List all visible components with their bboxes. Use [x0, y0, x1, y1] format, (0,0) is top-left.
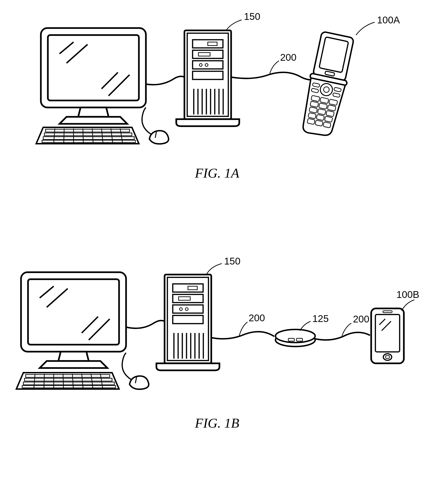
svg-rect-22 [208, 42, 217, 46]
svg-rect-86 [179, 297, 190, 300]
leader-line [227, 20, 242, 30]
svg-rect-104 [375, 315, 400, 352]
diagram-root: FIG. 1A [0, 0, 437, 504]
svg-rect-101 [288, 338, 294, 341]
svg-rect-58 [325, 116, 332, 122]
leader-line [401, 300, 414, 311]
svg-rect-8 [43, 137, 134, 140]
svg-rect-108 [386, 356, 389, 359]
svg-rect-102 [297, 338, 303, 341]
label-phone-a: 100A [377, 14, 400, 25]
svg-rect-7 [44, 133, 132, 136]
svg-line-75 [63, 374, 63, 389]
hub-icon [276, 329, 315, 347]
figure-1a: FIG. 1A [36, 11, 400, 181]
svg-rect-59 [307, 118, 315, 124]
figure-1b: FIG. 1B [16, 256, 419, 431]
mouse-icon [142, 107, 169, 144]
svg-rect-28 [193, 71, 223, 79]
svg-rect-69 [25, 378, 112, 381]
svg-point-100 [276, 329, 315, 342]
label-cable-1: 200 [248, 312, 265, 323]
label-tower: 150 [244, 11, 260, 22]
svg-rect-9 [42, 140, 135, 143]
label-tower-b: 150 [224, 256, 240, 267]
label-cable: 200 [280, 52, 297, 63]
svg-line-11 [64, 129, 64, 143]
svg-line-13 [83, 129, 83, 143]
mouse-icon [122, 353, 149, 389]
keyboard-icon [36, 127, 139, 144]
label-hub: 125 [312, 313, 329, 324]
svg-rect-60 [315, 120, 323, 126]
tower-icon [176, 30, 239, 126]
svg-rect-1 [48, 35, 139, 101]
svg-rect-57 [316, 114, 324, 121]
svg-rect-24 [199, 52, 210, 56]
svg-rect-63 [28, 279, 119, 345]
label-phone-b: 100B [396, 289, 419, 300]
figure-1a-caption: FIG. 1A [195, 165, 239, 181]
computer-monitor-icon [41, 28, 146, 124]
computer-monitor-icon [21, 272, 126, 368]
tower-icon [156, 275, 219, 370]
svg-line-73 [44, 374, 44, 389]
svg-rect-56 [308, 113, 316, 119]
svg-rect-71 [22, 386, 116, 388]
keyboard-icon [16, 373, 119, 389]
svg-rect-68 [26, 375, 110, 377]
leader-line [356, 22, 375, 35]
svg-rect-84 [188, 286, 197, 290]
svg-rect-109 [383, 311, 392, 313]
smartphone-icon [371, 309, 404, 363]
cable-icon [146, 76, 184, 85]
svg-rect-70 [23, 382, 114, 385]
label-cable-2: 200 [353, 314, 369, 325]
leader-line [207, 264, 222, 274]
flip-phone-icon [298, 31, 356, 139]
figure-1b-caption: FIG. 1B [195, 415, 239, 431]
cable-icon [126, 320, 165, 328]
cable-icon [211, 332, 274, 339]
svg-rect-6 [46, 129, 129, 132]
svg-rect-61 [323, 122, 331, 128]
svg-rect-90 [173, 315, 203, 324]
cable-icon [231, 72, 313, 80]
